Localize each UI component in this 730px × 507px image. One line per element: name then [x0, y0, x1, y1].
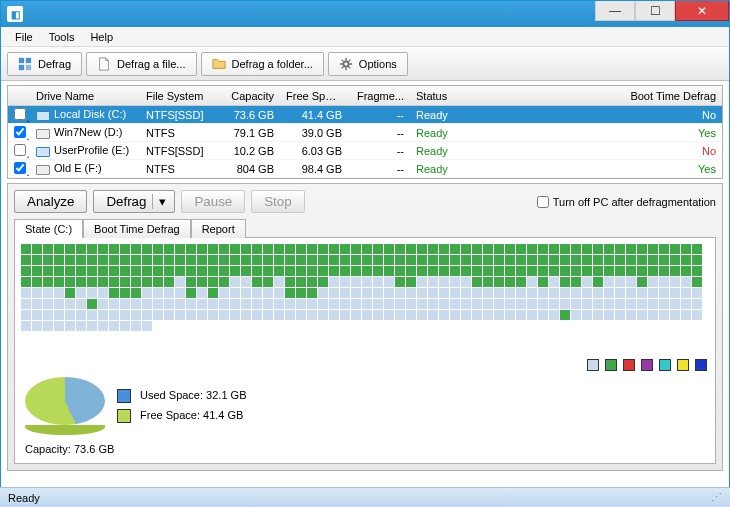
row-checkbox[interactable]	[14, 126, 26, 138]
file-icon	[97, 57, 111, 71]
drive-icon	[36, 147, 50, 157]
tab-state[interactable]: State (C:)	[14, 219, 83, 238]
legend-swatch	[623, 359, 635, 371]
defrag-button[interactable]: Defrag	[7, 52, 82, 76]
col-status[interactable]: Status	[410, 88, 530, 104]
col-fragmentation[interactable]: Fragme...	[348, 88, 410, 104]
svg-rect-1	[26, 57, 31, 62]
status-text: Ready	[8, 492, 40, 504]
pie-chart	[25, 377, 105, 435]
chevron-down-icon: ▾	[152, 194, 166, 209]
legend-swatch	[605, 359, 617, 371]
menu-file[interactable]: File	[7, 29, 41, 45]
svg-rect-3	[26, 64, 31, 69]
defrag-folder-button[interactable]: Defrag a folder...	[201, 52, 324, 76]
svg-point-4	[343, 61, 348, 66]
legend-swatch	[659, 359, 671, 371]
col-drive-name[interactable]: Drive Name	[30, 88, 140, 104]
drive-icon	[36, 129, 50, 139]
tab-boot-time-defrag[interactable]: Boot Time Defrag	[83, 219, 191, 238]
col-capacity[interactable]: Capacity	[218, 88, 280, 104]
table-row[interactable]: Old E (F:)NTFS804 GB98.4 GB--ReadyYes	[8, 160, 722, 178]
tab-report[interactable]: Report	[191, 219, 246, 238]
close-button[interactable]: ✕	[675, 1, 729, 21]
stop-button: Stop	[251, 190, 304, 213]
defrag-icon	[18, 57, 32, 71]
legend-swatch	[587, 359, 599, 371]
table-row[interactable]: Win7New (D:)NTFS79.1 GB39.0 GB--ReadyYes	[8, 124, 722, 142]
title-bar: ◧ — ☐ ✕	[1, 1, 729, 27]
used-space-row: Used Space: 32.1 GB	[117, 389, 246, 403]
drive-icon	[36, 111, 50, 121]
app-icon: ◧	[7, 6, 23, 22]
svg-rect-2	[19, 64, 24, 69]
legend-swatch	[695, 359, 707, 371]
folder-icon	[212, 57, 226, 71]
status-bar: Ready ⋰	[0, 487, 730, 507]
svg-rect-0	[19, 57, 24, 62]
table-header: Drive Name File System Capacity Free Spa…	[8, 86, 722, 106]
col-free-space[interactable]: Free Space	[280, 88, 348, 104]
col-boot-time-defrag[interactable]: Boot Time Defrag	[530, 88, 722, 104]
minimize-button[interactable]: —	[595, 1, 635, 21]
tab-body: Used Space: 32.1 GB Free Space: 41.4 GB …	[14, 237, 716, 464]
legend	[21, 353, 709, 371]
table-row[interactable]: UserProfile (E:)NTFS[SSD]10.2 GB6.03 GB-…	[8, 142, 722, 160]
options-button[interactable]: Options	[328, 52, 408, 76]
drive-table: Drive Name File System Capacity Free Spa…	[7, 85, 723, 179]
free-space-row: Free Space: 41.4 GB	[117, 409, 246, 423]
defrag-file-button[interactable]: Defrag a file...	[86, 52, 196, 76]
maximize-button[interactable]: ☐	[635, 1, 675, 21]
tab-strip: State (C:) Boot Time Defrag Report	[14, 219, 716, 237]
capacity-row: Capacity: 73.6 GB	[21, 441, 709, 457]
gear-icon	[339, 57, 353, 71]
menu-bar: File Tools Help	[1, 27, 729, 47]
legend-swatch	[641, 359, 653, 371]
turnoff-checkbox[interactable]: Turn off PC after defragmentation	[537, 196, 716, 208]
resize-grip-icon[interactable]: ⋰	[711, 491, 722, 504]
legend-swatch	[677, 359, 689, 371]
drive-icon	[36, 165, 50, 175]
analyze-button[interactable]: Analyze	[14, 190, 87, 213]
defrag-split-button[interactable]: Defrag ▾	[93, 190, 175, 213]
block-map	[21, 244, 709, 353]
pause-button: Pause	[181, 190, 245, 213]
toolbar: Defrag Defrag a file... Defrag a folder.…	[1, 47, 729, 81]
menu-help[interactable]: Help	[82, 29, 121, 45]
table-row[interactable]: Local Disk (C:)NTFS[SSD]73.6 GB41.4 GB--…	[8, 106, 722, 124]
row-checkbox[interactable]	[14, 144, 26, 156]
row-checkbox[interactable]	[14, 108, 26, 120]
row-checkbox[interactable]	[14, 162, 26, 174]
lower-panel: Analyze Defrag ▾ Pause Stop Turn off PC …	[7, 183, 723, 471]
menu-tools[interactable]: Tools	[41, 29, 83, 45]
col-file-system[interactable]: File System	[140, 88, 218, 104]
